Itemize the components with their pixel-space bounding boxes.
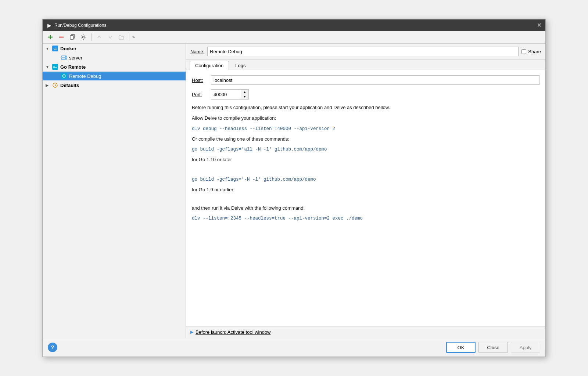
port-label: Port: — [192, 92, 207, 97]
toolbar-more: » — [132, 35, 135, 40]
config-panel: Name: Share Configuration Logs Host: — [186, 44, 545, 338]
host-label: Host: — [192, 77, 207, 83]
settings-button[interactable] — [79, 32, 88, 42]
svg-point-16 — [64, 76, 65, 77]
move-up-button[interactable] — [94, 32, 104, 42]
share-label: Share — [528, 49, 541, 54]
apply-button[interactable]: Apply — [511, 342, 540, 353]
docker-icon: 🐳 — [52, 46, 58, 51]
svg-text:🐳: 🐳 — [53, 47, 58, 51]
add-button[interactable] — [46, 32, 55, 42]
sidebar-group-go-remote-label: Go Remote — [60, 64, 86, 70]
remove-button[interactable] — [57, 32, 66, 42]
port-spinners: ▲ ▼ — [241, 90, 248, 99]
before-launch-chevron-icon: ▶ — [190, 330, 193, 335]
ok-button[interactable]: OK — [446, 342, 476, 353]
folder-button[interactable] — [116, 32, 126, 42]
docker-chevron: ▼ — [46, 47, 50, 51]
name-bar: Name: Share — [186, 44, 545, 59]
share-checkbox[interactable] — [521, 49, 526, 54]
svg-rect-4 — [70, 36, 74, 39]
sidebar-group-go-remote[interactable]: ▼ Go Go Remote — [43, 62, 186, 72]
sidebar: ▼ 🐳 Docker server ▼ Go Go Remote Remote … — [43, 44, 186, 338]
sidebar-group-defaults[interactable]: ▶ Defaults — [43, 80, 186, 90]
allow-delve-label: Allow Delve to compile your application: — [192, 115, 539, 122]
go-remote-chevron: ▼ — [46, 65, 50, 69]
sidebar-item-server-label: server — [69, 55, 82, 61]
toolbar: » — [43, 31, 545, 44]
port-row: Port: ▲ ▼ — [192, 89, 539, 100]
close-icon[interactable]: ✕ — [537, 22, 542, 29]
code-block-2: go build -gcflags='all -N -l' github.com… — [192, 146, 539, 153]
bottom-left: ? — [48, 343, 57, 352]
title-bar-icon: ▶ — [46, 22, 52, 28]
host-input[interactable] — [211, 75, 539, 85]
tab-logs[interactable]: Logs — [230, 61, 251, 70]
go19-label: for Go 1.9 or earlier — [192, 186, 539, 194]
before-launch-label: Before launch: Activate tool window — [196, 329, 271, 335]
toolbar-separator-2 — [129, 33, 129, 41]
sidebar-group-defaults-label: Defaults — [60, 83, 79, 88]
run-debug-dialog: ▶ Run/Debug Configurations ✕ » — [42, 19, 546, 357]
port-field-wrap: ▲ ▼ — [211, 89, 249, 100]
svg-text:Go: Go — [53, 66, 57, 69]
toolbar-separator-1 — [91, 33, 92, 41]
defaults-chevron: ▶ — [46, 83, 50, 87]
port-down-button[interactable]: ▼ — [241, 94, 248, 99]
code-block-1: dlv debug --headless --listen=:40000 --a… — [192, 125, 539, 133]
before-launch-bar[interactable]: ▶ Before launch: Activate tool window — [186, 326, 545, 338]
tab-configuration[interactable]: Configuration — [190, 61, 229, 70]
copy-button[interactable] — [68, 32, 77, 42]
svg-point-11 — [65, 58, 66, 59]
code-block-3: go build -gcflags='-N -l' github.com/app… — [192, 176, 539, 183]
go110-label: for Go 1.10 or later — [192, 156, 539, 164]
info-section: Before running this configuration, pleas… — [192, 104, 539, 222]
go-remote-icon: Go — [52, 64, 58, 70]
port-up-button[interactable]: ▲ — [241, 90, 248, 94]
info-text: Before running this configuration, pleas… — [192, 104, 539, 112]
configuration-panel-body: Host: Port: ▲ ▼ Before r — [186, 70, 545, 326]
title-bar: ▶ Run/Debug Configurations ✕ — [43, 19, 545, 31]
dialog-title: Run/Debug Configurations — [54, 23, 106, 28]
name-input[interactable] — [207, 47, 519, 56]
bottom-bar: ? OK Close Apply — [43, 338, 545, 357]
title-bar-left: ▶ Run/Debug Configurations — [46, 22, 106, 28]
bottom-right: OK Close Apply — [446, 342, 540, 353]
then-run-label: and then run it via Delve with the follo… — [192, 205, 539, 212]
name-label: Name: — [190, 49, 204, 54]
close-button[interactable]: Close — [478, 342, 508, 353]
main-content: ▼ 🐳 Docker server ▼ Go Go Remote Remote … — [43, 44, 545, 338]
port-input[interactable] — [211, 90, 241, 99]
server-icon — [61, 55, 67, 61]
sidebar-item-remote-debug-label: Remote Debug — [69, 73, 101, 79]
sidebar-group-docker-label: Docker — [60, 46, 76, 51]
remote-debug-icon — [61, 73, 67, 79]
host-row: Host: — [192, 75, 539, 85]
sidebar-item-server[interactable]: server — [43, 53, 186, 62]
or-compile-label: Or compile the using one of these comman… — [192, 135, 539, 143]
defaults-icon — [52, 82, 58, 88]
svg-point-10 — [65, 56, 66, 57]
sidebar-group-docker[interactable]: ▼ 🐳 Docker — [43, 44, 186, 53]
code-block-4: dlv --listen=:2345 --headless=true --api… — [192, 215, 539, 222]
sidebar-item-remote-debug[interactable]: Remote Debug — [43, 72, 186, 80]
svg-point-5 — [83, 36, 85, 38]
share-area: Share — [521, 49, 541, 54]
tabs-bar: Configuration Logs — [186, 59, 545, 70]
move-down-button[interactable] — [105, 32, 115, 42]
help-button[interactable]: ? — [48, 343, 57, 352]
